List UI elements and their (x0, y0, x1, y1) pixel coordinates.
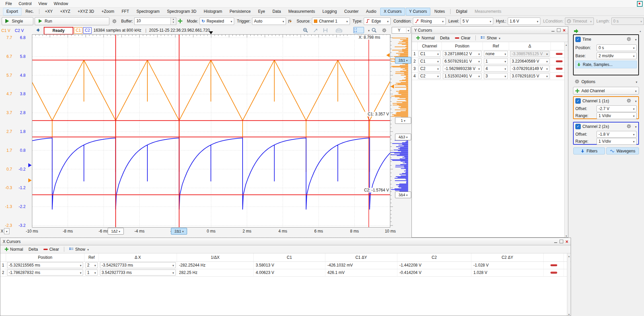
scroll-down-icon[interactable] (565, 233, 568, 237)
y-cursors-titlebar[interactable]: Y Cursors (412, 27, 568, 34)
position-select[interactable]: 3.287188612 V (443, 51, 481, 57)
tab-counter[interactable]: Counter (341, 8, 362, 15)
x-axis-select[interactable]: X (1, 228, 9, 234)
time-position-select[interactable]: 0 s (597, 44, 637, 51)
channel2-checkbox[interactable] (575, 124, 581, 129)
trigger-level-marker[interactable] (391, 84, 394, 89)
scroll-down-icon[interactable] (567, 312, 571, 316)
position-select[interactable]: -5.329215565 ms (7, 262, 83, 268)
scope-plot[interactable] (32, 34, 411, 227)
hysteresis-select[interactable]: 1.6 V (508, 17, 540, 25)
c1-cursor-marker[interactable] (386, 53, 390, 57)
buffer-gear-icon[interactable] (111, 18, 118, 25)
y-clear-button[interactable]: Clear (453, 35, 473, 41)
c2-ground-marker[interactable] (28, 163, 32, 167)
x-cursors-titlebar[interactable]: X Cursors (0, 238, 571, 245)
tab-digital[interactable]: Digital (453, 8, 470, 15)
lcondition-select[interactable]: Timeout (565, 17, 594, 25)
channel-select[interactable]: C2 (419, 73, 440, 79)
time-checkbox[interactable] (575, 37, 581, 42)
tab-x-cursors[interactable]: X Cursors (380, 8, 405, 15)
x-clear-button[interactable]: Clear (41, 246, 61, 253)
remove-cursor-button[interactable] (556, 53, 563, 55)
plot-settings-gear[interactable] (380, 27, 388, 34)
y-panel-scrollbar[interactable] (564, 42, 568, 237)
tab-measurements[interactable]: Measurements (285, 8, 318, 15)
rate-samples-button[interactable]: Rate, Samples... (575, 61, 637, 68)
trigger-source-icon[interactable] (286, 18, 294, 25)
tab-data[interactable]: Data (269, 8, 284, 15)
remove-cursor-button[interactable] (556, 60, 563, 62)
time-gear-icon[interactable] (627, 37, 631, 42)
tab-audio[interactable]: Audio (363, 8, 380, 15)
y-cursor-handle-4Δ3[interactable]: 4Δ3 (395, 134, 411, 140)
channel-select[interactable]: C1 (419, 58, 440, 64)
ref-select[interactable]: 1 (85, 270, 98, 276)
level-select[interactable]: 5 V (461, 17, 493, 25)
zoom-in-icon[interactable] (301, 27, 310, 34)
tab-notes[interactable]: Notes (431, 8, 448, 15)
run-button[interactable]: Run (35, 17, 109, 25)
spin-up-icon[interactable] (171, 18, 176, 21)
sidebar-scroll-up[interactable] (639, 28, 642, 32)
options-row[interactable]: Options (573, 78, 639, 85)
add-channel-button[interactable]: Add Channel (573, 87, 639, 95)
tab-persistence[interactable]: Persistence (226, 8, 254, 15)
menu-window[interactable]: Window (50, 0, 72, 7)
x-add-normal-button[interactable]: Normal (3, 246, 25, 253)
y-cursor-handle-2Δ1[interactable]: 2Δ1 (395, 57, 411, 64)
tab-eye[interactable]: Eye (255, 8, 269, 15)
delta-x-select[interactable]: 3.542927733 ms (100, 270, 176, 276)
trigger-select[interactable]: Auto (252, 17, 286, 25)
horizontal-marker-icon[interactable] (322, 27, 330, 34)
c1-ground-marker[interactable] (28, 178, 32, 182)
x-cursor-handle-2Δ1[interactable]: 2Δ1 (171, 228, 187, 235)
buffer-spin-buttons[interactable] (170, 18, 176, 25)
single-button[interactable]: Single (2, 17, 33, 25)
menu-control[interactable]: Control (15, 0, 35, 7)
grid-options-caret[interactable] (368, 29, 370, 32)
maximize-icon[interactable] (560, 240, 563, 243)
ref-select[interactable]: none (484, 51, 508, 57)
y-axis-select[interactable]: Y (392, 27, 410, 34)
delta-select[interactable]: 3.078291815 V (510, 73, 549, 79)
close-icon[interactable] (566, 239, 568, 244)
y-cursor-handle-1[interactable]: 1 (395, 117, 411, 124)
menu-view[interactable]: View (35, 0, 50, 7)
ref-select[interactable]: 2 (85, 262, 98, 268)
position-select[interactable]: -1.5629893238 V (443, 66, 481, 72)
y-add-normal-button[interactable]: Normal (414, 35, 437, 41)
x-cursor-handle-1Δ2[interactable]: 1Δ2 (108, 228, 124, 235)
mode-select[interactable]: ↻ Repeated (200, 17, 234, 25)
tab-rec-[interactable]: Rec. (22, 8, 37, 15)
channel2-gear-icon[interactable] (627, 124, 631, 130)
tab--zoom[interactable]: +Zoom (98, 8, 118, 15)
c2-badge[interactable]: C2 (83, 27, 92, 34)
channel1-range-select[interactable]: 1 V/div (597, 112, 637, 119)
y-show-button[interactable]: Show (479, 35, 502, 41)
time-base-select[interactable]: 2 ms/div (597, 52, 637, 59)
channel1-offset-select[interactable]: -2.7 V (597, 105, 637, 112)
tab-export[interactable]: Export (3, 8, 22, 15)
delta-select[interactable]: -3.0782918149 V (510, 66, 549, 72)
delta-select[interactable]: 3.220640569 V (510, 58, 549, 64)
y-cursor-handle-3Δ4[interactable]: 3Δ4 (395, 191, 411, 198)
tab-measurements[interactable]: Measurements (471, 8, 505, 15)
tab-spectrogram[interactable]: Spectrogram (133, 8, 163, 15)
channel1-gear-icon[interactable] (627, 98, 631, 104)
ref-select[interactable]: 3 (484, 73, 508, 79)
delta-x-select[interactable]: -3.542927733 ms (100, 262, 176, 268)
remove-cursor-button[interactable] (556, 68, 563, 70)
channel-select[interactable]: C2 (419, 66, 440, 72)
buffer-input[interactable]: 10 (134, 17, 176, 25)
ref-select[interactable]: 4 (484, 66, 508, 72)
position-select[interactable]: 1.515302491 V (443, 73, 481, 79)
collapse-sidebar-arrow[interactable] (573, 29, 579, 34)
scroll-up-icon[interactable] (567, 253, 571, 257)
minimize-icon[interactable] (551, 29, 554, 32)
tab-histogram[interactable]: Histogram (201, 8, 226, 15)
menu-file[interactable]: File (2, 0, 15, 7)
x-axis-caret[interactable] (4, 228, 9, 234)
ruler-icon[interactable] (335, 27, 343, 34)
delta-select[interactable]: -3.3985765125 V (510, 51, 549, 57)
